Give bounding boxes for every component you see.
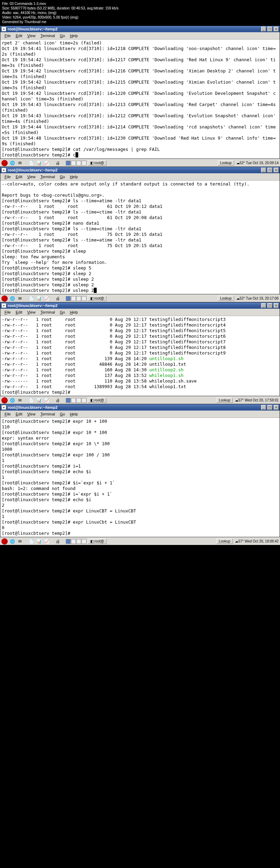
- menu-help[interactable]: Help: [68, 33, 80, 38]
- office-icon[interactable]: 📄: [28, 295, 34, 302]
- print-icon[interactable]: 🖨: [55, 538, 61, 545]
- file-name: testingfilediffmonitorscript9: [149, 350, 225, 356]
- redhat-icon[interactable]: [1, 397, 8, 404]
- minimize-button[interactable]: _: [261, 27, 266, 31]
- menu-go[interactable]: Go: [58, 174, 67, 180]
- terminal-window-3: ▾ root@linuxcbtserv:~/temp2 _ □ × File E…: [0, 302, 280, 396]
- mail-icon[interactable]: ✉: [17, 295, 23, 302]
- maximize-button[interactable]: □: [267, 405, 272, 410]
- menu-view[interactable]: View: [25, 411, 38, 417]
- menu-terminal[interactable]: Terminal: [38, 309, 57, 315]
- redhat-icon[interactable]: [1, 295, 8, 302]
- workspace-switcher[interactable]: [66, 161, 86, 166]
- menu-go[interactable]: Go: [58, 411, 67, 417]
- lookup-button[interactable]: Lookup: [216, 539, 233, 544]
- print-icon[interactable]: 🖨: [55, 295, 61, 302]
- file-name: testingfilediffmonitorscript7: [149, 339, 225, 344]
- workspace-switcher[interactable]: [66, 539, 86, 544]
- lookup-button[interactable]: Lookup: [218, 296, 234, 301]
- calc-icon[interactable]: 📈: [43, 295, 50, 302]
- menu-view[interactable]: View: [25, 309, 38, 315]
- office-icon[interactable]: 📄: [28, 538, 34, 545]
- terminal-output[interactable]: -rw-r--r-- 1 root root 0 Aug 29 12:17 te…: [0, 316, 280, 396]
- menu-terminal[interactable]: Terminal: [38, 411, 57, 417]
- browser-icon[interactable]: 🌐: [9, 160, 15, 166]
- mail-icon[interactable]: ✉: [17, 397, 23, 404]
- file-name: testingfilediffmonitorscript3: [149, 317, 225, 322]
- mail-icon[interactable]: ✉: [17, 160, 23, 166]
- print-icon[interactable]: 🖨: [55, 160, 61, 166]
- task-button[interactable]: ◧ root@: [88, 398, 106, 403]
- titlebar[interactable]: ▾ root@linuxcbtserv:~/temp2 _ □ ×: [0, 26, 280, 32]
- titlebar[interactable]: ▾ root@linuxcbtserv:~/temp2 _ □ ×: [0, 302, 280, 309]
- terminal-window-2: ▾ root@linuxcbtserv:~/temp2 _ □ × File E…: [0, 167, 280, 294]
- minimize-button[interactable]: _: [261, 168, 266, 173]
- menu-go[interactable]: Go: [58, 33, 67, 38]
- weather-clock: ☁57° Wed Oct 20, 17:59:01: [235, 398, 279, 402]
- office-icon[interactable]: 📄: [28, 397, 34, 404]
- menu-file[interactable]: File: [2, 33, 13, 38]
- meta-audio: Audio: aac, 44100 Hz, mono, (eng): [2, 10, 278, 15]
- impress-icon[interactable]: 📊: [36, 295, 42, 302]
- task-button[interactable]: ◧ root@: [88, 160, 106, 166]
- close-button[interactable]: ×: [274, 27, 279, 31]
- terminal-output[interactable]: rpet 2' channel icon' time=2s (failed) O…: [0, 40, 280, 159]
- workspace-switcher[interactable]: [66, 296, 86, 301]
- lookup-button[interactable]: Lookup: [218, 160, 234, 166]
- file-name: whileloop1.txt: [149, 384, 186, 389]
- calc-icon[interactable]: 📈: [43, 397, 50, 404]
- close-button[interactable]: ×: [274, 405, 279, 410]
- window-icon: ▾: [1, 303, 6, 308]
- file-name: testingfilediffmonitorscript8: [149, 345, 225, 350]
- lookup-button[interactable]: Lookup: [216, 398, 233, 403]
- impress-icon[interactable]: 📊: [36, 397, 42, 404]
- mail-icon[interactable]: ✉: [17, 538, 23, 545]
- taskbar-1: 🌐 ✉ 📄 📊 📈 🖨 ◧ root@ Lookup ☁52° Tue Oct …: [0, 159, 280, 167]
- menu-edit[interactable]: Edit: [14, 174, 24, 180]
- terminal-output[interactable]: [root@linuxcbtserv temp2]# expr 10 + 100…: [0, 418, 280, 537]
- terminal-text: [root@linuxcbtserv temp2]# expr 10 + 100…: [2, 419, 136, 536]
- menu-help[interactable]: Help: [68, 411, 80, 417]
- redhat-icon[interactable]: [1, 160, 8, 166]
- maximize-button[interactable]: □: [267, 303, 272, 308]
- office-icon[interactable]: 📄: [28, 160, 34, 166]
- menu-go[interactable]: Go: [58, 309, 67, 315]
- browser-icon[interactable]: 🌐: [9, 295, 15, 302]
- browser-icon[interactable]: 🌐: [9, 538, 15, 545]
- titlebar[interactable]: ▾ root@linuxcbtserv:~/temp2 _ □ ×: [0, 167, 280, 173]
- close-button[interactable]: ×: [274, 168, 279, 173]
- menu-file[interactable]: File: [2, 309, 13, 315]
- menu-view[interactable]: View: [25, 174, 38, 180]
- calc-icon[interactable]: 📈: [43, 538, 50, 545]
- task-button[interactable]: ◧ root@: [88, 296, 106, 301]
- workspace-switcher[interactable]: [66, 398, 86, 403]
- maximize-button[interactable]: □: [267, 27, 272, 31]
- menu-help[interactable]: Help: [68, 174, 80, 180]
- terminal-text: rpet 2' channel icon' time=2s (failed) O…: [2, 40, 278, 158]
- task-button[interactable]: ◧ root@: [88, 539, 106, 544]
- browser-icon[interactable]: 🌐: [9, 397, 15, 404]
- impress-icon[interactable]: 📊: [36, 538, 42, 545]
- terminal-output[interactable]: --color=auto, color codes are output onl…: [0, 181, 280, 294]
- redhat-icon[interactable]: [1, 538, 8, 545]
- menu-edit[interactable]: Edit: [14, 411, 24, 417]
- calc-icon[interactable]: 📈: [43, 160, 50, 166]
- impress-icon[interactable]: 📊: [36, 160, 42, 166]
- window-icon: ▾: [1, 405, 6, 410]
- menu-edit[interactable]: Edit: [14, 33, 24, 38]
- menu-terminal[interactable]: Terminal: [38, 174, 57, 180]
- close-button[interactable]: ×: [274, 303, 279, 308]
- titlebar[interactable]: ▾ root@linuxcbtserv:~/temp2 _ □ ×: [0, 404, 280, 411]
- menu-terminal[interactable]: Terminal: [38, 33, 57, 38]
- menu-view[interactable]: View: [25, 33, 38, 38]
- file-name: testingfilediffmonitorscript6: [149, 334, 225, 339]
- menu-edit[interactable]: Edit: [14, 309, 24, 315]
- menu-help[interactable]: Help: [68, 309, 80, 315]
- minimize-button[interactable]: _: [261, 405, 266, 410]
- minimize-button[interactable]: _: [261, 303, 266, 308]
- print-icon[interactable]: 🖨: [55, 397, 61, 404]
- menu-file[interactable]: File: [2, 174, 13, 180]
- menu-file[interactable]: File: [2, 411, 13, 417]
- weather-clock: ☁52° Tue Oct 19, 20:09:14: [236, 161, 279, 165]
- maximize-button[interactable]: □: [267, 168, 272, 173]
